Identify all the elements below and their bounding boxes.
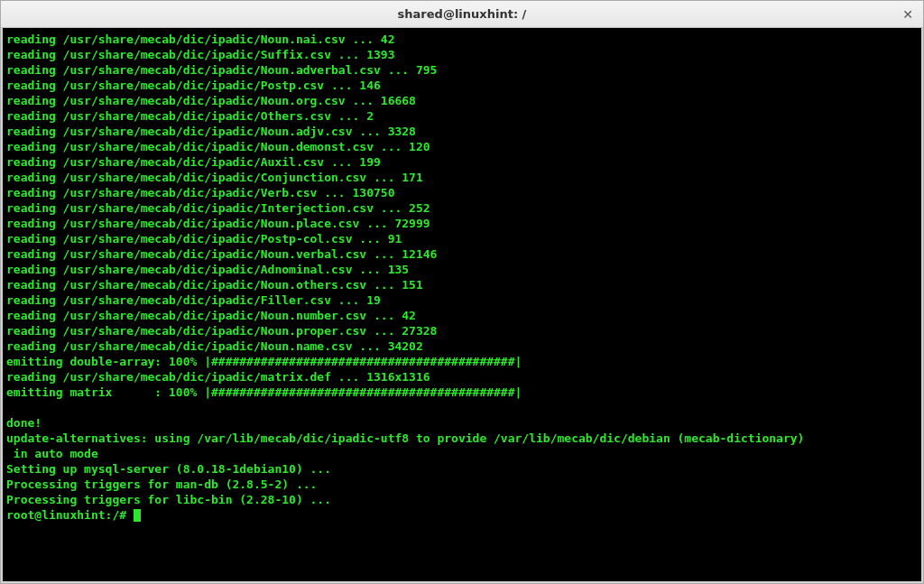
terminal-line: reading /usr/share/mecab/dic/ipadic/Noun… <box>6 308 918 323</box>
terminal-line: reading /usr/share/mecab/dic/ipadic/matr… <box>6 369 918 385</box>
window-title: shared@linuxhint: / <box>398 7 527 21</box>
terminal-output: reading /usr/share/mecab/dic/ipadic/Noun… <box>6 32 918 507</box>
terminal-line: Processing triggers for man-db (2.8.5-2)… <box>6 477 918 492</box>
terminal-line: reading /usr/share/mecab/dic/ipadic/Noun… <box>6 338 918 354</box>
terminal-line: reading /usr/share/mecab/dic/ipadic/Noun… <box>6 32 918 47</box>
terminal-line: reading /usr/share/mecab/dic/ipadic/Noun… <box>6 277 918 292</box>
terminal-line: reading /usr/share/mecab/dic/ipadic/Suff… <box>6 47 918 62</box>
terminal-line: reading /usr/share/mecab/dic/ipadic/Noun… <box>6 139 918 154</box>
terminal-line: reading /usr/share/mecab/dic/ipadic/Noun… <box>6 216 918 231</box>
terminal-line: reading /usr/share/mecab/dic/ipadic/Noun… <box>6 62 918 78</box>
terminal-line: reading /usr/share/mecab/dic/ipadic/Adno… <box>6 262 918 277</box>
terminal-line: reading /usr/share/mecab/dic/ipadic/Noun… <box>6 323 918 338</box>
terminal-line: done! <box>6 415 918 431</box>
terminal-line: Setting up mysql-server (8.0.18-1debian1… <box>6 461 918 477</box>
terminal-area[interactable]: reading /usr/share/mecab/dic/ipadic/Noun… <box>1 28 923 583</box>
terminal-line: reading /usr/share/mecab/dic/ipadic/Othe… <box>6 108 918 124</box>
terminal-line: reading /usr/share/mecab/dic/ipadic/Post… <box>6 231 918 246</box>
terminal-line: emitting double-array: 100% |###########… <box>6 354 918 369</box>
terminal-prompt: root@linuxhint:/# <box>6 508 126 522</box>
cursor-icon <box>134 509 141 522</box>
terminal-line: reading /usr/share/mecab/dic/ipadic/Post… <box>6 78 918 93</box>
terminal-line: reading /usr/share/mecab/dic/ipadic/Noun… <box>6 124 918 139</box>
terminal-line: in auto mode <box>6 446 918 461</box>
terminal-line: reading /usr/share/mecab/dic/ipadic/Verb… <box>6 185 918 200</box>
terminal-line: update-alternatives: using /var/lib/meca… <box>6 431 918 446</box>
terminal-line: reading /usr/share/mecab/dic/ipadic/Inte… <box>6 200 918 216</box>
terminal-line: reading /usr/share/mecab/dic/ipadic/Conj… <box>6 170 918 185</box>
terminal-line: reading /usr/share/mecab/dic/ipadic/Auxi… <box>6 154 918 170</box>
terminal-line: Processing triggers for libc-bin (2.28-1… <box>6 492 918 507</box>
terminal-line <box>6 400 918 415</box>
terminal-line: reading /usr/share/mecab/dic/ipadic/Noun… <box>6 93 918 108</box>
terminal-window: shared@linuxhint: / ✕ reading /usr/share… <box>0 0 924 584</box>
terminal-prompt-line: root@linuxhint:/# <box>6 507 918 523</box>
terminal-line: emitting matrix : 100% |################… <box>6 385 918 400</box>
titlebar[interactable]: shared@linuxhint: / ✕ <box>1 1 923 28</box>
terminal-line: reading /usr/share/mecab/dic/ipadic/Fill… <box>6 292 918 308</box>
close-icon[interactable]: ✕ <box>900 6 916 23</box>
terminal-line: reading /usr/share/mecab/dic/ipadic/Noun… <box>6 246 918 262</box>
